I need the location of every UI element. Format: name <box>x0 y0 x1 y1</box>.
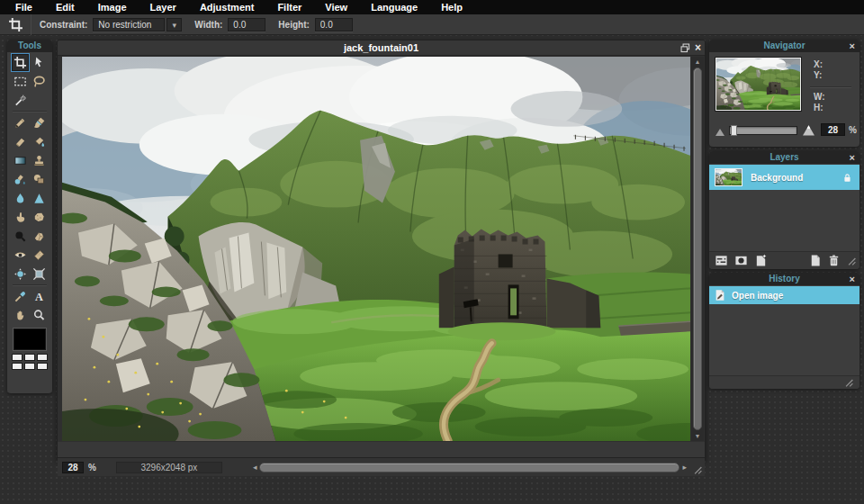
tool-red-eye[interactable] <box>11 246 30 265</box>
swatch-cell[interactable] <box>24 363 35 370</box>
spot-heal-icon <box>32 248 46 262</box>
menu-item-file[interactable]: File <box>4 0 44 14</box>
menu-item-adjustment[interactable]: Adjustment <box>188 0 266 14</box>
tool-move[interactable] <box>30 53 49 72</box>
tool-blur[interactable] <box>11 189 30 208</box>
tool-color-replace[interactable] <box>11 170 30 189</box>
panel-resize-grip-icon[interactable] <box>845 255 857 266</box>
menu-item-filter[interactable]: Filter <box>266 0 313 14</box>
document-title: jack_fountain01 <box>58 42 705 53</box>
navigator-zoom-unit: % <box>849 125 857 135</box>
navigator-preview[interactable] <box>716 58 801 111</box>
navigator-zoom-value[interactable]: 28 <box>821 123 845 136</box>
history-item-open-image[interactable]: Open image <box>709 286 860 304</box>
layer-styles-icon[interactable] <box>753 254 769 267</box>
scroll-up-arrow[interactable]: ▲ <box>691 57 704 67</box>
tool-brush[interactable] <box>30 113 49 132</box>
type-icon: A <box>32 290 46 303</box>
vertical-scrollbar[interactable]: ▲ ▼ <box>691 57 704 441</box>
tools-panel: Tools A <box>7 40 52 393</box>
tool-hand[interactable] <box>11 306 30 325</box>
image-canvas[interactable] <box>62 57 690 441</box>
separator <box>31 14 32 35</box>
tool-crop[interactable] <box>11 53 30 72</box>
menu-item-layer[interactable]: Layer <box>139 0 188 14</box>
add-layer-mask-icon[interactable] <box>734 254 749 267</box>
scroll-down-arrow[interactable]: ▼ <box>691 431 704 441</box>
tool-fill[interactable] <box>30 132 49 151</box>
tool-sponge[interactable] <box>30 208 49 227</box>
scroll-right-arrow[interactable]: ▸ <box>682 463 687 472</box>
swatch-cell[interactable] <box>12 354 22 361</box>
close-panel-icon[interactable]: × <box>850 40 855 52</box>
blur-icon <box>14 192 27 205</box>
width-input[interactable] <box>228 18 266 32</box>
tool-smudge[interactable] <box>11 208 30 227</box>
tool-bloat[interactable] <box>11 265 30 284</box>
swatch-cell[interactable] <box>37 363 48 370</box>
tool-pinch[interactable] <box>30 265 49 284</box>
menu-item-language[interactable]: Language <box>359 0 429 14</box>
zoom-in-mountain-icon[interactable] <box>801 123 816 136</box>
tool-gradient[interactable] <box>11 151 30 170</box>
navigator-h-label: H: <box>814 103 824 112</box>
constraint-select[interactable]: No restriction <box>93 18 165 32</box>
tool-spot-heal[interactable] <box>30 246 49 265</box>
status-zoom-value[interactable]: 28 <box>62 462 84 473</box>
burn-icon <box>14 230 27 243</box>
sharpen-icon <box>32 192 46 205</box>
panel-resize-grip-icon[interactable] <box>842 376 854 388</box>
gradient-icon <box>14 154 27 167</box>
new-layer-icon[interactable] <box>807 254 823 267</box>
close-window-icon[interactable]: × <box>695 41 701 55</box>
tool-eraser[interactable] <box>11 132 30 151</box>
tool-drawing[interactable] <box>30 170 49 189</box>
resize-grip-icon[interactable] <box>691 464 703 475</box>
menu-item-view[interactable]: View <box>313 0 359 14</box>
document-title-bar[interactable]: jack_fountain01 × <box>58 40 705 56</box>
lock-icon[interactable] <box>842 172 852 184</box>
tool-sharpen[interactable] <box>30 189 49 208</box>
crop-icon <box>14 56 27 69</box>
zoom-icon <box>32 309 46 322</box>
tool-color-picker[interactable] <box>11 287 30 306</box>
close-panel-icon[interactable]: × <box>850 151 855 164</box>
horizontal-scroll-thumb[interactable] <box>259 463 680 472</box>
navigator-zoom-slider[interactable] <box>729 126 797 135</box>
close-panel-icon[interactable]: × <box>850 273 855 285</box>
hand-icon <box>14 309 27 322</box>
vertical-scroll-thumb[interactable] <box>693 68 702 430</box>
swatch-cell[interactable] <box>37 354 48 361</box>
tool-pencil[interactable] <box>11 113 30 132</box>
tool-zoom[interactable] <box>30 306 49 325</box>
constraint-dropdown-arrow[interactable]: ▾ <box>166 18 182 32</box>
menu-item-image[interactable]: Image <box>86 0 139 14</box>
navigator-title: Navigator <box>709 40 860 50</box>
layer-row-background[interactable]: Background <box>709 165 860 190</box>
height-input[interactable] <box>315 18 353 32</box>
tool-lasso[interactable] <box>30 72 49 91</box>
height-label: Height: <box>278 20 309 30</box>
eraser-icon <box>14 135 27 148</box>
tool-dodge[interactable] <box>30 227 49 246</box>
layer-settings-icon[interactable] <box>714 254 729 267</box>
tool-burn[interactable] <box>11 227 30 246</box>
delete-layer-icon[interactable] <box>826 254 842 267</box>
history-panel: History × Open image <box>709 273 860 389</box>
tool-marquee[interactable] <box>11 72 30 91</box>
restore-window-icon[interactable] <box>680 42 691 54</box>
tool-wand[interactable] <box>11 91 30 110</box>
foreground-color-swatch[interactable] <box>14 328 46 350</box>
zoom-slider-handle[interactable] <box>731 125 737 136</box>
tool-clone-stamp[interactable] <box>30 151 49 170</box>
menu-item-edit[interactable]: Edit <box>44 0 86 14</box>
scroll-left-arrow[interactable]: ◂ <box>253 463 257 472</box>
zoom-out-mountain-icon[interactable] <box>715 127 725 136</box>
menu-item-help[interactable]: Help <box>429 0 474 14</box>
navigator-panel: Navigator × X: Y: W: H: 28 % <box>709 40 860 147</box>
swatch-cell[interactable] <box>12 363 22 370</box>
tool-type[interactable]: A <box>30 287 49 306</box>
pinch-icon <box>32 267 46 281</box>
image-dimensions: 3296x2048 px <box>116 462 222 473</box>
swatch-cell[interactable] <box>24 354 35 361</box>
